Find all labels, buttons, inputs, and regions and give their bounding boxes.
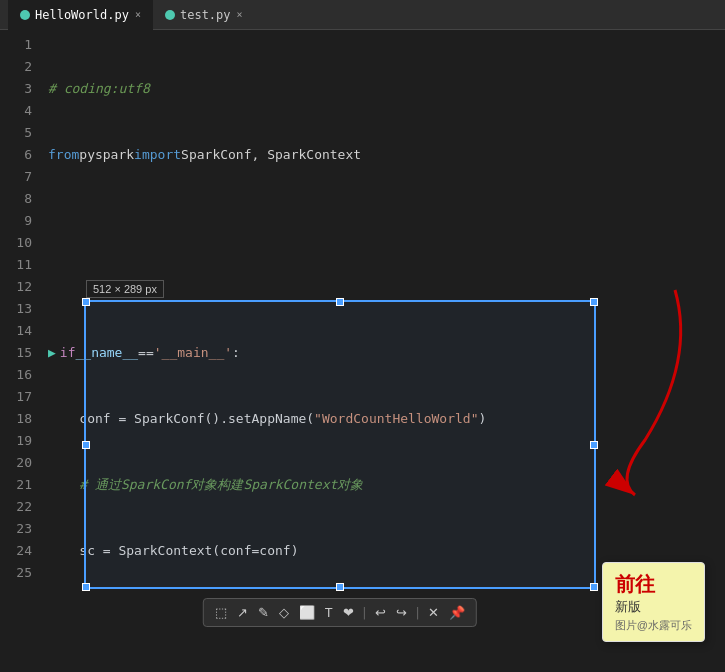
- toolbar-undo-btn[interactable]: ↩: [372, 603, 389, 622]
- toolbar-text-btn[interactable]: T: [322, 603, 336, 622]
- tab-close-test[interactable]: ×: [237, 9, 243, 20]
- toolbar-close-btn[interactable]: ✕: [425, 603, 442, 622]
- file-icon: [20, 10, 30, 20]
- toolbar-crop-btn[interactable]: ⬚: [212, 603, 230, 622]
- tab-test[interactable]: test.py ×: [153, 0, 255, 30]
- code-line-4: [48, 276, 717, 298]
- tab-label: HelloWorld.py: [35, 8, 129, 22]
- tab-helloworld[interactable]: HelloWorld.py ×: [8, 0, 153, 30]
- toolbar-shape-btn[interactable]: ◇: [276, 603, 292, 622]
- toolbar-arrow-btn[interactable]: ↗: [234, 603, 251, 622]
- toolbar-pin-btn[interactable]: 📌: [446, 603, 468, 622]
- toolbar-mosaic-btn[interactable]: ❤: [340, 603, 357, 622]
- tab-bar: HelloWorld.py × test.py ×: [0, 0, 725, 30]
- code-line-2: from pyspark import SparkConf, SparkCont…: [48, 144, 717, 166]
- toolbar-sep-1: |: [361, 606, 368, 620]
- code-line-3: [48, 210, 717, 232]
- tab-test-label: test.py: [180, 8, 231, 22]
- annotation-author: 图片@水露可乐: [615, 618, 692, 633]
- code-line-5: ▶ if __name__ == '__main__':: [48, 342, 717, 364]
- code-line-7: # 通过SparkConf对象构建SparkContext对象: [48, 474, 717, 496]
- line-numbers: 1 2 3 4 5 6 7 8 9 10 11 12 13 14 15 16 1…: [0, 30, 40, 584]
- code-line-1: # coding:utf8: [48, 78, 717, 100]
- file-icon-test: [165, 10, 175, 20]
- tab-close-helloworld[interactable]: ×: [135, 9, 141, 20]
- toolbar-rect-btn[interactable]: ⬜: [296, 603, 318, 622]
- annotation-subtitle: 新版: [615, 598, 692, 616]
- toolbar-sep-2: |: [414, 606, 421, 620]
- annotation-title: 前往: [615, 571, 692, 598]
- annotation-box: 前往 新版 图片@水露可乐: [602, 562, 705, 642]
- code-line-6: conf = SparkConf().setAppName("WordCount…: [48, 408, 717, 430]
- toolbar-redo-btn[interactable]: ↪: [393, 603, 410, 622]
- code-line-8: sc = SparkContext(conf=conf): [48, 540, 717, 562]
- selection-toolbar: ⬚ ↗ ✎ ◇ ⬜ T ❤ | ↩ ↪ | ✕ 📌: [203, 598, 477, 627]
- editor: 1 2 3 4 5 6 7 8 9 10 11 12 13 14 15 16 1…: [0, 30, 725, 672]
- toolbar-pen-btn[interactable]: ✎: [255, 603, 272, 622]
